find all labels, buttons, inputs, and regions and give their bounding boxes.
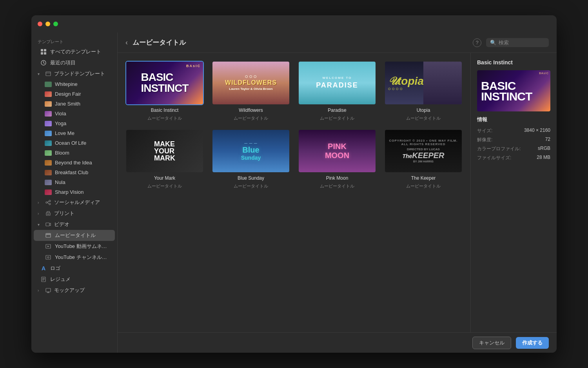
- template-card-basic-instinct[interactable]: BASIC INSTINCT BAsIC Basic Instinct ムービー…: [125, 61, 204, 121]
- viola-thumb: [45, 111, 52, 117]
- paradise-thumb: WELCOME TO PARADISE: [298, 61, 376, 105]
- chevron-down-icon: ▾: [38, 72, 42, 76]
- bloom-label: Bloom: [55, 150, 69, 156]
- brand-templates-header[interactable]: ▾ ブランドテンプレート: [34, 68, 115, 79]
- beyond-idea-label: Beyond the Idea: [55, 160, 92, 166]
- sidebar: テンプレート すべてのテンプレート: [31, 33, 118, 353]
- sidebar-item-breakfast-club[interactable]: Breakfast Club: [34, 168, 115, 177]
- movie-title-label: ムービータイトル: [55, 232, 96, 239]
- file-size-key: ファイルサイズ:: [477, 155, 511, 161]
- sidebar-item-logo[interactable]: A ロゴ: [34, 263, 115, 274]
- sidebar-item-bloom[interactable]: Bloom: [34, 148, 115, 158]
- cancel-button[interactable]: キャンセル: [472, 337, 511, 349]
- sidebar-item-recent[interactable]: 最近の項目: [34, 57, 115, 68]
- info-row-resolution: 解像度: 72: [477, 135, 550, 144]
- love-me-thumb: [45, 131, 52, 136]
- sidebar-item-love-me[interactable]: Love Me: [34, 128, 115, 138]
- template-card-the-keeper[interactable]: COPYRIGHT © 2023 • ONE WAY FILM. ALL RIG…: [384, 129, 463, 189]
- templates-section-label: テンプレート: [31, 36, 117, 46]
- template-card-wildflowers[interactable]: ⬡ ⬡ ⬡ WILDFLOWERS Lauren Taylor & Olivia…: [212, 61, 290, 121]
- color-profile-val: sRGB: [538, 146, 550, 152]
- minimize-button[interactable]: [45, 22, 50, 26]
- sidebar-item-sharp-vision[interactable]: Sharp Vision: [34, 187, 115, 197]
- sidebar-item-all-templates[interactable]: すべてのテンプレート: [34, 46, 115, 57]
- sidebar-item-beyond-the-idea[interactable]: Beyond the Idea: [34, 158, 115, 168]
- breakfast-club-thumb: [45, 170, 52, 175]
- sidebar-item-design-fair[interactable]: Design Fair: [34, 89, 115, 99]
- svg-point-23: [47, 257, 49, 258]
- utopia-name: Utopia: [384, 107, 463, 113]
- close-button[interactable]: [38, 22, 42, 26]
- template-card-pink-moon[interactable]: PINK MOON Pink Moon ムービータイトル: [298, 129, 376, 189]
- print-header[interactable]: › プリント: [34, 208, 115, 219]
- svg-point-8: [49, 200, 51, 202]
- brand-icon: [45, 70, 52, 77]
- utopia-sub: ムービータイトル: [384, 115, 463, 121]
- bloom-thumb: [45, 150, 52, 156]
- template-card-utopia[interactable]: 𝒰topia ⬡ ⬡ ⬡ ⬡ Utopia ムービータイトル: [384, 61, 463, 121]
- bottom-bar: キャンセル 作成する: [118, 332, 557, 353]
- viola-label: Viola: [55, 111, 66, 117]
- grid-preview-layout: BASIC INSTINCT BAsIC Basic Instinct ムービー…: [118, 53, 557, 332]
- utopia-thumb: 𝒰topia ⬡ ⬡ ⬡ ⬡: [384, 61, 463, 105]
- sidebar-item-viola[interactable]: Viola: [34, 109, 115, 118]
- back-button[interactable]: ‹: [125, 38, 128, 47]
- mockup-header[interactable]: › モックアップ: [34, 285, 115, 296]
- sidebar-item-yoga[interactable]: Yoga: [34, 118, 115, 128]
- jane-smith-thumb: [45, 101, 52, 107]
- yoga-label: Yoga: [55, 120, 66, 126]
- love-me-label: Love Me: [55, 130, 74, 136]
- svg-rect-2: [41, 52, 43, 55]
- template-card-paradise[interactable]: WELCOME TO PARADISE Paradise ムービータイトル: [298, 61, 376, 121]
- breakfast-club-label: Breakfast Club: [55, 169, 88, 175]
- template-card-your-mark[interactable]: MAKE YOUR MARK Your Mark ムービータイトル: [125, 129, 204, 189]
- whitepine-thumb: [45, 82, 52, 87]
- maximize-button[interactable]: [53, 22, 58, 26]
- titlebar: [31, 15, 557, 33]
- basic-instinct-sub: ムービータイトル: [125, 115, 204, 121]
- design-fair-thumb: [45, 91, 52, 97]
- template-card-blue-sunday[interactable]: — — — Blue Sunday Blue Sunday ムービータイトル: [212, 129, 290, 189]
- search-input[interactable]: [499, 40, 545, 46]
- grid-icon: [40, 48, 47, 55]
- all-templates-label: すべてのテンプレート: [50, 48, 101, 55]
- templates-grid: BASIC INSTINCT BAsIC Basic Instinct ムービー…: [125, 61, 463, 189]
- your-mark-name: Your Mark: [125, 175, 204, 181]
- video-section-label: ビデオ: [54, 221, 69, 228]
- video-header[interactable]: ▾ ビデオ: [34, 219, 115, 230]
- wildflowers-name: Wildflowers: [212, 107, 290, 113]
- pink-moon-sub: ムービータイトル: [298, 183, 376, 189]
- resolution-val: 72: [545, 137, 550, 143]
- print-icon: [45, 210, 52, 217]
- nula-thumb: [45, 180, 52, 185]
- file-size-val: 28 MB: [537, 155, 550, 161]
- basic-instinct-name: Basic Instinct: [125, 107, 204, 113]
- clock-icon: [40, 59, 47, 66]
- sidebar-item-youtube-thumbnail[interactable]: YouTube 動画サムネ…: [34, 241, 115, 252]
- beyond-idea-thumb: [45, 160, 52, 166]
- sidebar-item-nula[interactable]: Nula: [34, 177, 115, 187]
- help-button[interactable]: ?: [473, 38, 481, 47]
- sidebar-item-resume[interactable]: レジュメ: [34, 274, 115, 285]
- ocean-of-life-thumb: [45, 140, 52, 146]
- logo-icon: A: [40, 265, 47, 271]
- social-media-header[interactable]: › ソーシャルメディア: [34, 197, 115, 208]
- info-label: 情報: [477, 116, 550, 123]
- sidebar-item-movie-title[interactable]: ムービータイトル: [34, 230, 115, 241]
- preview-large-thumb: BAsIC BASIC INSTINCT: [477, 70, 550, 111]
- basic-instinct-thumb: BASIC INSTINCT BAsIC: [125, 61, 204, 105]
- sidebar-item-whitepine[interactable]: Whitepine: [34, 79, 115, 89]
- video-icon: [45, 221, 52, 228]
- sidebar-item-ocean-of-life[interactable]: Ocean Of Life: [34, 138, 115, 148]
- sidebar-item-youtube-channel[interactable]: YouTube チャンネル…: [34, 252, 115, 263]
- create-button[interactable]: 作成する: [516, 337, 549, 349]
- svg-rect-14: [46, 223, 49, 226]
- paradise-sub: ムービータイトル: [298, 115, 376, 121]
- color-profile-key: カラープロファイル:: [477, 146, 521, 152]
- youtube-thumb-icon: [45, 243, 52, 250]
- chevron-right-icon3: ›: [38, 288, 42, 293]
- sidebar-item-jane-smith[interactable]: Jane Smith: [34, 99, 115, 109]
- svg-line-11: [47, 203, 49, 204]
- nula-label: Nula: [55, 179, 65, 185]
- logo-label: ロゴ: [50, 265, 60, 272]
